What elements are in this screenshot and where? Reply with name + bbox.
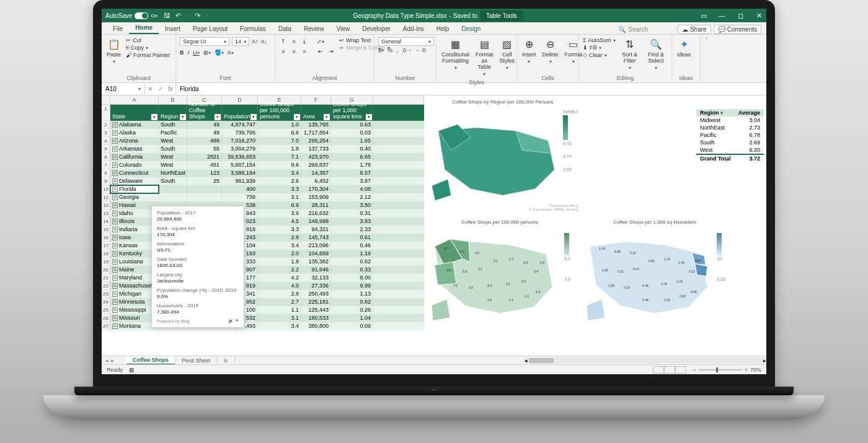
tab-help[interactable]: Help — [430, 24, 456, 34]
search-label[interactable]: Search — [628, 26, 648, 33]
table-header[interactable]: State▾ — [110, 105, 159, 121]
zoom-out-icon[interactable]: − — [693, 367, 696, 373]
autosum-button[interactable]: ΣAutoSum▾ — [583, 37, 616, 43]
decrease-font-icon[interactable]: A↓ — [261, 38, 268, 45]
minimize-button[interactable]: — — [718, 12, 725, 19]
collapse-ribbon-icon[interactable]: ˄ — [701, 35, 712, 82]
row-header[interactable]: 11 — [102, 193, 110, 201]
font-color-button[interactable]: A▾ — [228, 50, 234, 56]
save-icon[interactable]: 🖫 — [164, 12, 170, 20]
sheet-tab-pivot[interactable]: Pivot Sheet — [175, 357, 217, 364]
paste-button[interactable]: 📋Paste▾ — [105, 37, 122, 66]
row-header[interactable]: 27 — [102, 322, 110, 330]
redo-icon[interactable]: ↷ — [195, 12, 200, 20]
table-row[interactable]: ⊞AlabamaSouth494,874,7471.0135,7650.63 — [110, 121, 424, 129]
tab-file[interactable]: File — [107, 24, 129, 34]
enter-formula-icon[interactable]: ✓ — [158, 86, 163, 92]
align-center-icon[interactable]: ≡ — [290, 47, 298, 56]
filter-dropdown-icon[interactable]: ▾ — [324, 114, 330, 120]
sheet-nav-last-icon[interactable]: ▸ — [111, 357, 114, 364]
format-as-table-button[interactable]: ▤Format as Table▾ — [474, 37, 495, 78]
orientation-icon[interactable]: ⤢▾ — [316, 37, 325, 46]
autosave-toggle[interactable] — [135, 12, 148, 19]
align-middle-icon[interactable]: ≡ — [290, 37, 298, 46]
fill-button[interactable]: ⬇Fill▾ — [583, 45, 616, 51]
cut-button[interactable]: ✂Cut — [126, 37, 170, 43]
row-header[interactable]: 26 — [102, 314, 110, 322]
col-header-b[interactable]: B — [159, 95, 187, 104]
tab-developer[interactable]: Developer — [356, 24, 397, 34]
pivot-filter-icon[interactable]: ▾ — [720, 110, 723, 116]
flag-icon[interactable]: ⚑ — [235, 318, 239, 323]
sheet-tab-coffee-shops[interactable]: Coffee Shops — [126, 356, 175, 365]
table-row[interactable]: ⊞CaliforniaWest282139,536,6537.1423,9706… — [110, 153, 424, 161]
row-header[interactable]: 18 — [102, 250, 110, 258]
col-header-d[interactable]: D — [222, 95, 258, 104]
ribbon-display-icon[interactable]: ▭ — [701, 12, 707, 20]
table-row[interactable]: ⊞ArizonaWest4887,016,2707.0295,2541.65 — [110, 137, 424, 145]
increase-indent-icon[interactable]: ⇥ — [327, 47, 335, 56]
close-button[interactable]: ✕ — [755, 12, 763, 20]
border-button[interactable]: ⊞▾ — [203, 50, 211, 56]
row-header[interactable]: 6 — [102, 153, 110, 161]
row-header[interactable]: 21 — [102, 274, 110, 282]
page-layout-view-icon[interactable] — [664, 366, 675, 374]
underline-button[interactable]: U▾ — [193, 50, 200, 56]
row-header[interactable]: 2 — [102, 121, 110, 129]
filter-dropdown-icon[interactable]: ▾ — [294, 114, 300, 120]
row-header[interactable]: 20 — [102, 266, 110, 274]
ideas-button[interactable]: ✦Ideas — [676, 37, 692, 59]
row-header[interactable]: 4 — [102, 137, 110, 145]
page-break-view-icon[interactable] — [675, 366, 686, 374]
chart-region-map[interactable]: Coffee Shops by Region per 100,000 Perso… — [425, 97, 580, 214]
row-header[interactable]: 25 — [102, 306, 110, 314]
conditional-formatting-button[interactable]: ▦Conditional Formatting▾ — [440, 37, 471, 72]
row-header[interactable]: 22 — [102, 282, 110, 290]
clear-button[interactable]: ◇Clear▾ — [583, 52, 616, 58]
delete-cells-button[interactable]: ⊖Delete▾ — [541, 37, 560, 66]
row-header[interactable]: 12 — [102, 201, 110, 209]
chart-per-sqkm-map[interactable]: Coffee Shops per 1,000 sq kilometers 1.4… — [580, 217, 729, 335]
italic-button[interactable]: I — [188, 50, 190, 56]
row-header[interactable]: 19 — [102, 258, 110, 266]
filter-dropdown-icon[interactable]: ▾ — [215, 114, 221, 120]
increase-decimal-icon[interactable]: .0→ — [402, 47, 412, 53]
tab-addins[interactable]: Add-ins — [397, 24, 430, 34]
undo-icon[interactable]: ↶ — [175, 12, 181, 20]
decrease-indent-icon[interactable]: ⇤ — [316, 47, 325, 56]
table-header[interactable]: Area▾ — [301, 105, 331, 121]
tab-home[interactable]: Home — [129, 22, 159, 34]
fill-color-button[interactable]: 🪣▾ — [215, 50, 224, 56]
accounting-format-icon[interactable]: $▾ — [378, 47, 384, 53]
chart-per-100k-map[interactable]: Coffee Shops per 100,000 persons 8.73.43… — [425, 217, 574, 335]
tab-data[interactable]: Data — [272, 24, 298, 34]
filter-dropdown-icon[interactable]: ▾ — [366, 114, 372, 120]
horizontal-scrollbar[interactable]: ◂▸ — [525, 357, 766, 364]
undo-dropdown-icon[interactable]: ▾ — [186, 12, 190, 20]
table-row[interactable]: ⊞Georgia7393.1153,9092.12 — [110, 193, 424, 201]
row-header[interactable]: 8 — [102, 169, 110, 177]
table-header[interactable]: Coffee Shops per 100,000 persons▾ — [258, 105, 301, 121]
row-header[interactable]: 10 — [102, 185, 110, 193]
decrease-decimal-icon[interactable]: ←.0 — [415, 47, 426, 53]
normal-view-icon[interactable] — [653, 366, 664, 374]
format-painter-button[interactable]: 🖌Format Painter — [126, 52, 170, 58]
row-header[interactable]: 5 — [102, 145, 110, 153]
audio-icon[interactable]: 🔊 — [228, 318, 234, 323]
find-select-button[interactable]: 🔍Find & Select▾ — [644, 37, 668, 72]
pivot-table[interactable]: Region ▾Average Midwest3.04NorthEast2.73… — [696, 109, 764, 162]
row-header[interactable]: 23 — [102, 290, 110, 298]
name-box[interactable]: A10▾ — [102, 83, 145, 95]
tab-formulas[interactable]: Formulas — [234, 24, 272, 34]
row-header[interactable]: 13 — [102, 209, 110, 217]
tab-review[interactable]: Review — [298, 24, 330, 34]
comments-button[interactable]: 💬Comments — [714, 25, 761, 34]
align-right-icon[interactable]: ≡ — [300, 47, 309, 56]
filter-dropdown-icon[interactable]: ▾ — [151, 114, 157, 120]
row-header[interactable]: 9 — [102, 177, 110, 185]
row-header[interactable]: 3 — [102, 129, 110, 137]
tab-design[interactable]: Design — [455, 24, 487, 34]
table-row[interactable]: ⊞DelawareSouth25961,9392.66,4523.87 — [110, 177, 424, 185]
bold-button[interactable]: B — [180, 50, 184, 56]
table-tools-tab[interactable]: Table Tools — [480, 11, 523, 21]
